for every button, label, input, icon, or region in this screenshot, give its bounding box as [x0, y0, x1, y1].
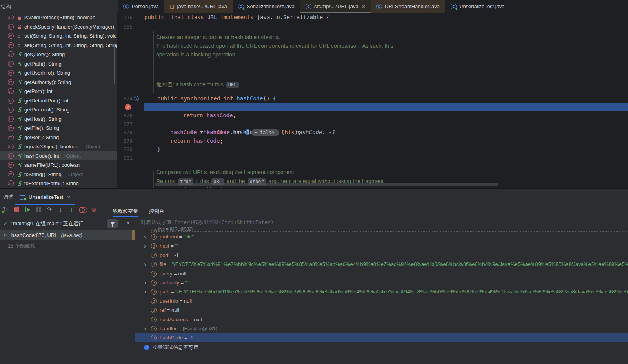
- structure-panel: misValidProtocol(String): boolean mcheck…: [0, 13, 118, 188]
- close-icon[interactable]: ×: [67, 194, 70, 200]
- field-icon: f: [151, 262, 157, 267]
- tab-threads-and-variables[interactable]: 线程和变量: [113, 206, 138, 217]
- reset-frame-icon: [79, 207, 87, 213]
- chevron-right-icon[interactable]: ›: [144, 288, 146, 295]
- stop-button[interactable]: [12, 205, 21, 214]
- chevron-right-icon[interactable]: ›: [144, 325, 146, 332]
- step-over-button[interactable]: ↷: [45, 205, 54, 214]
- line-number: 877: [118, 120, 133, 129]
- pause-button[interactable]: [34, 205, 43, 214]
- structure-item-label: getDefaultPort(): int: [24, 98, 69, 104]
- return-arrow-icon: ↩: [3, 232, 8, 238]
- evaluate-expression-input[interactable]: [141, 219, 612, 225]
- field-icon: f: [151, 229, 157, 233]
- variable-row[interactable]: ›fhandler = {Handler@531}: [135, 324, 628, 333]
- rerun-button[interactable]: ↻: [1, 205, 10, 214]
- tab-label: src.zip!\...\URL.java: [314, 4, 359, 9]
- structure-item[interactable]: mtoExternalForm(): String: [0, 179, 117, 188]
- code-line-877: 877: [118, 120, 628, 129]
- tab-person-java[interactable]: C Person.java: [118, 0, 164, 13]
- more-options-button[interactable]: ⋮: [99, 205, 109, 214]
- public-icon: [16, 52, 22, 56]
- clipped-row-underline: [158, 231, 626, 232]
- structure-item[interactable]: mtoString(): String↑Object: [0, 170, 117, 179]
- close-icon[interactable]: ×: [362, 4, 365, 10]
- structure-item[interactable]: mgetPath(): String: [0, 59, 117, 69]
- public-icon: [16, 163, 22, 167]
- chevron-down-icon[interactable]: ▾: [127, 220, 129, 226]
- tab-console[interactable]: 控制台: [149, 206, 164, 217]
- variable-row[interactable]: fref = null: [135, 306, 628, 315]
- test-class-icon: C: [451, 4, 457, 9]
- chevron-right-icon[interactable]: ›: [144, 242, 146, 249]
- structure-item[interactable]: misValidProtocol(String): boolean: [0, 13, 117, 22]
- doc-comment-text: Creates an integer suitable for hash tab…: [156, 33, 280, 42]
- reset-frame-button[interactable]: [78, 205, 87, 214]
- structure-item-selected[interactable]: mhashCode(): int↑Object: [0, 151, 117, 161]
- class-icon: C: [376, 4, 382, 9]
- resume-button[interactable]: [23, 205, 32, 214]
- editor-horizontal-scrollbar[interactable]: [155, 183, 498, 186]
- variable-row[interactable]: ›ffile = "/E:/CTF/%e7%bd%91%e7%bb%9c%e5%…: [135, 260, 628, 269]
- breakpoint-icon[interactable]: ✓: [125, 104, 131, 110]
- structure-item[interactable]: mset(String, String, int, String, String…: [0, 31, 117, 41]
- variable-row[interactable]: fquery = null: [135, 269, 628, 278]
- structure-item[interactable]: mgetRef(): String: [0, 133, 117, 142]
- stack-frame-row-selected[interactable]: ↩ hashCode:875, URL (java.net): [0, 230, 135, 240]
- variable-row[interactable]: ›fpath = "/E:/CTF/%e7%bd%91%e7%bb%9c%e5%…: [135, 288, 628, 297]
- overriding-method-icon[interactable]: ↑: [134, 96, 139, 101]
- public-icon: [16, 172, 22, 177]
- structure-item-label: checkSpecifyHandler(SecurityManager): vo: [24, 24, 118, 30]
- structure-item[interactable]: mgetQuery(): String: [0, 50, 117, 59]
- structure-item[interactable]: mgetProtocol(): String: [0, 105, 117, 115]
- toolbar-separator: [77, 207, 77, 213]
- tab-serializationtest-java[interactable]: C SerializationTest.java: [233, 0, 300, 13]
- field-icon: f: [151, 253, 157, 258]
- structure-item[interactable]: mequals(Object): boolean↑Object: [0, 142, 117, 151]
- variable-row[interactable]: fhostAddress = null: [135, 315, 628, 324]
- mute-breakpoints-button[interactable]: ⊘: [89, 205, 98, 214]
- structure-item[interactable]: mcheckSpecifyHandler(SecurityManager): v…: [0, 22, 117, 32]
- variable-row[interactable]: ›fhost = "": [135, 242, 628, 251]
- structure-item[interactable]: mgetPort(): int: [0, 87, 117, 96]
- variable-row[interactable]: fuserInfo = null: [135, 297, 628, 306]
- tab-srczip-url-java-active[interactable]: C src.zip!\...\URL.java ×: [300, 0, 371, 13]
- running-app-icon: [20, 195, 25, 200]
- filter-frames-button[interactable]: [107, 219, 118, 228]
- tab-label: UnserializeTest.java: [459, 4, 505, 9]
- tab-unserializetest-java[interactable]: C UnserializeTest.java: [445, 0, 510, 13]
- structure-scrollbar[interactable]: [114, 44, 115, 84]
- structure-item-label: getPath(): String: [24, 61, 62, 67]
- pause-icon: [36, 207, 41, 212]
- tab-urlstreamhandler-java[interactable]: C URLStreamHandler.java: [371, 0, 445, 13]
- chevron-right-icon[interactable]: ›: [144, 279, 146, 286]
- structure-item[interactable]: mgetFile(): String: [0, 124, 117, 133]
- variable-row-selected[interactable]: fhashCode = -1: [135, 333, 628, 342]
- structure-item[interactable]: mgetUserInfo(): String: [0, 68, 117, 78]
- variable-row[interactable]: ›fauthority = "": [135, 278, 628, 288]
- code-line-874: 874 ↑ public synchronized int hashCode()…: [118, 95, 628, 103]
- public-icon: [16, 62, 22, 66]
- structure-item[interactable]: mset(String, String, int, String, String…: [0, 41, 117, 50]
- this-variable-row-clipped[interactable]: f this = {URL@532}: [135, 228, 628, 233]
- debug-panel-label: 调试: [3, 189, 13, 205]
- structure-item[interactable]: msameFile(URL): boolean: [0, 160, 117, 170]
- step-out-button[interactable]: ↑: [67, 205, 76, 214]
- field-icon: f: [151, 317, 157, 322]
- chevron-right-icon[interactable]: ›: [144, 233, 146, 240]
- structure-title-label: 结构: [1, 3, 11, 10]
- structure-item[interactable]: mgetHost(): String: [0, 115, 117, 124]
- method-icon: m: [8, 125, 14, 131]
- doc-comment-text: operation is a blocking operation.: [156, 51, 237, 59]
- chevron-right-icon[interactable]: ›: [144, 261, 146, 268]
- debug-session-tab[interactable]: UnserializeTest ×: [15, 189, 75, 205]
- method-icon: m: [8, 24, 14, 30]
- variable-row[interactable]: ›fprotocol = "file": [135, 233, 628, 242]
- structure-item[interactable]: mgetAuthority(): String: [0, 78, 117, 87]
- variable-row[interactable]: fport = -1: [135, 251, 628, 260]
- structure-item[interactable]: mgetDefaultPort(): int: [0, 96, 117, 106]
- step-into-button[interactable]: ↓: [56, 205, 65, 214]
- code-editor[interactable]: 136 public final class URL implements ja…: [118, 13, 628, 188]
- tab-javabase-url-java[interactable]: ⊔ java.base\...\URL.java: [164, 0, 233, 13]
- frames-scrollbar-thumb[interactable]: [132, 230, 135, 240]
